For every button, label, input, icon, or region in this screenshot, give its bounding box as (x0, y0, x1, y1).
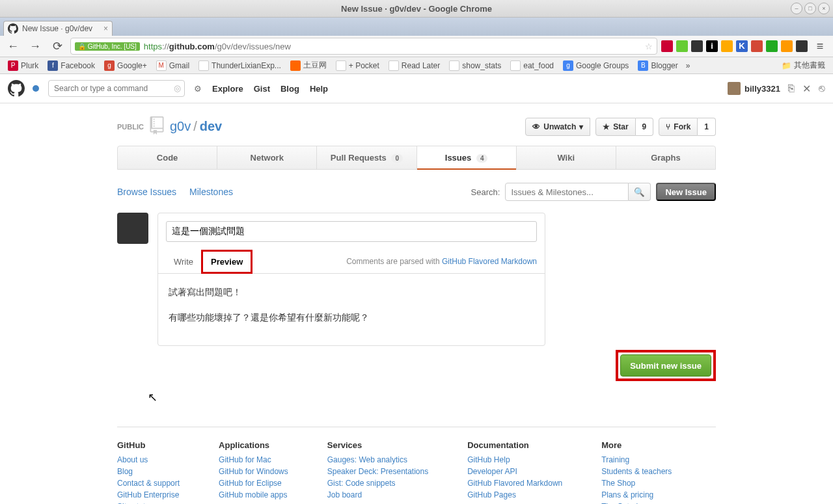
star-button[interactable]: ★ Star (595, 118, 635, 136)
back-button[interactable]: ← (4, 38, 22, 55)
footer-link[interactable]: Gist: Code snippets (327, 479, 428, 488)
ext-icon[interactable] (676, 40, 688, 52)
footer-link[interactable]: GitHub mobile apps (219, 490, 288, 499)
bookmark-item[interactable]: gGoogle+ (100, 59, 151, 73)
bookmark-item[interactable]: 土豆网 (286, 58, 331, 73)
create-new-icon[interactable]: ⎘ (788, 83, 795, 94)
bookmark-item[interactable]: Read Later (385, 59, 444, 73)
nav-help[interactable]: Help (310, 84, 328, 94)
footer-link[interactable]: GitHub for Mac (219, 455, 288, 464)
footer-link[interactable]: Training (601, 455, 672, 464)
command-search-input[interactable] (48, 80, 185, 97)
bookmark-item[interactable]: gGoogle Groups (559, 59, 633, 73)
bookmark-item[interactable]: ThunderLixianExp... (195, 59, 285, 73)
bookmark-item[interactable]: + Pocket (332, 59, 383, 73)
bookmark-item[interactable]: show_stats (445, 59, 505, 73)
milestones-link[interactable]: Milestones (189, 187, 233, 197)
footer-link[interactable]: Job board (327, 490, 428, 499)
issues-search-input[interactable] (505, 183, 629, 201)
issues-search-button[interactable]: 🔍 (629, 183, 651, 201)
repo-owner-link[interactable]: g0v (170, 119, 191, 133)
ext-icon[interactable] (766, 40, 778, 52)
fork-count[interactable]: 1 (698, 118, 716, 136)
footer-link[interactable]: GitHub Help (467, 455, 562, 464)
tab-wiki[interactable]: Wiki (517, 146, 616, 169)
address-bar[interactable]: 🔒 GitHub, Inc. [US] https://github.com/g… (70, 38, 657, 55)
footer-link[interactable]: GitHub Flavored Markdown (467, 479, 562, 488)
user-menu[interactable]: billy3321 (728, 82, 780, 95)
submit-issue-button[interactable]: Submit new issue (620, 354, 711, 377)
identity-badge[interactable]: 🔒 GitHub, Inc. [US] (75, 42, 140, 51)
bookmark-item[interactable]: eat_food (506, 59, 558, 73)
footer-link[interactable]: Developer API (467, 467, 562, 476)
nav-blog[interactable]: Blog (280, 84, 299, 94)
forward-button[interactable]: → (26, 38, 44, 55)
menu-icon[interactable]: ≡ (811, 38, 829, 55)
footer-link[interactable]: Speaker Deck: Presentations (327, 467, 428, 476)
ext-icon[interactable] (661, 40, 673, 52)
markdown-link[interactable]: GitHub Flavored Markdown (442, 257, 537, 266)
footer-link[interactable]: Blog (117, 467, 180, 476)
tab-code[interactable]: Code (118, 146, 217, 169)
bookmark-item[interactable]: fFacebook (44, 59, 99, 73)
ext-icon[interactable] (796, 40, 808, 52)
ext-icon[interactable] (691, 40, 703, 52)
github-favicon-icon (8, 23, 18, 34)
write-tab[interactable]: Write (166, 252, 201, 272)
issue-title-input[interactable] (166, 221, 537, 242)
unwatch-button[interactable]: 👁 Unwatch ▾ (525, 118, 590, 136)
other-bookmarks-folder[interactable]: 📁其他書籤 (778, 58, 829, 73)
tab-graphs[interactable]: Graphs (616, 146, 715, 169)
search-icon: 🔍 (634, 187, 645, 197)
tab-pull-requests[interactable]: Pull Requests 0 (317, 146, 416, 169)
tab-close-icon[interactable]: × (103, 24, 108, 33)
page-footer: GitHub About us Blog Contact & support G… (117, 427, 716, 504)
footer-link[interactable]: GitHub for Eclipse (219, 479, 288, 488)
target-icon: ◎ (174, 83, 181, 93)
ext-icon[interactable] (751, 40, 763, 52)
bookmark-item[interactable]: BBlogger (634, 59, 681, 73)
star-count[interactable]: 9 (636, 118, 654, 136)
settings-icon[interactable]: ✕ (802, 83, 811, 95)
ext-icon[interactable]: i (706, 40, 718, 52)
tab-issues[interactable]: Issues 4 (417, 146, 517, 169)
footer-link[interactable]: About us (117, 455, 180, 464)
reload-button[interactable]: ⟳ (48, 38, 66, 55)
nav-gist[interactable]: Gist (254, 84, 270, 94)
author-avatar (117, 213, 148, 244)
window-title: New Issue · g0v/dev - Google Chrome (341, 4, 492, 14)
bookmark-star-icon[interactable]: ☆ (645, 42, 653, 51)
ext-icon[interactable]: K (736, 40, 748, 52)
footer-link[interactable]: Contact & support (117, 479, 180, 488)
footer-link[interactable]: Gauges: Web analytics (327, 455, 428, 464)
browse-issues-link[interactable]: Browse Issues (117, 187, 176, 197)
tab-network[interactable]: Network (217, 146, 317, 169)
bookmark-item[interactable]: MGmail (152, 59, 193, 73)
signout-icon[interactable]: ⎋ (819, 83, 825, 94)
footer-link[interactable]: GitHub for Windows (219, 467, 288, 476)
preview-line: 有哪些功能壞掉了？還是你希望有什麼新功能呢？ (169, 310, 534, 326)
new-issue-button[interactable]: New Issue (656, 183, 716, 201)
fork-button[interactable]: ⑂ Fork (659, 118, 698, 136)
browser-tab[interactable]: New Issue · g0v/dev × (3, 21, 113, 36)
window-maximize-icon[interactable]: □ (804, 3, 816, 14)
ext-icon[interactable] (721, 40, 733, 52)
footer-link[interactable]: Plans & pricing (601, 490, 672, 499)
github-logo-icon[interactable] (8, 80, 25, 97)
ext-icon[interactable] (781, 40, 793, 52)
notification-indicator-icon[interactable] (33, 85, 39, 92)
preview-line: 試著寫出問題吧！ (169, 284, 534, 300)
repo-name-link[interactable]: dev (200, 119, 222, 133)
user-avatar-icon (728, 82, 741, 95)
bookmark-overflow-icon[interactable]: » (683, 61, 693, 70)
footer-link[interactable]: GitHub Pages (467, 490, 562, 499)
footer-link[interactable]: The Shop (601, 479, 672, 488)
window-minimize-icon[interactable]: – (791, 3, 802, 14)
nav-explore[interactable]: Explore (212, 84, 243, 94)
footer-link[interactable]: GitHub Enterprise (117, 490, 180, 499)
window-close-icon[interactable]: × (818, 3, 830, 14)
footer-link[interactable]: Students & teachers (601, 467, 672, 476)
preview-tab[interactable]: Preview (201, 250, 253, 274)
settings-gear-icon[interactable]: ⚙ (194, 84, 202, 94)
bookmark-item[interactable]: PPlurk (4, 59, 42, 73)
